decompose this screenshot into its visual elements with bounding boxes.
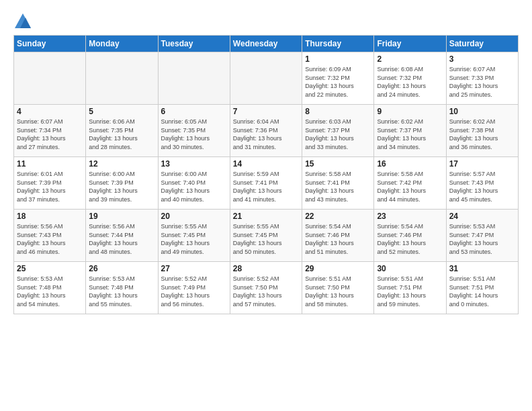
calendar-cell: 11Sunrise: 6:01 AM Sunset: 7:39 PM Dayli… <box>14 157 86 210</box>
logo <box>13 12 35 31</box>
day-number: 6 <box>161 107 227 116</box>
day-info: Sunrise: 6:03 AM Sunset: 7:37 PM Dayligh… <box>305 118 371 151</box>
day-info: Sunrise: 5:53 AM Sunset: 7:48 PM Dayligh… <box>17 275 83 308</box>
calendar-cell: 15Sunrise: 5:58 AM Sunset: 7:41 PM Dayli… <box>302 157 374 210</box>
calendar-cell: 6Sunrise: 6:05 AM Sunset: 7:35 PM Daylig… <box>158 105 230 157</box>
page: SundayMondayTuesdayWednesdayThursdayFrid… <box>0 0 532 411</box>
day-info: Sunrise: 5:51 AM Sunset: 7:50 PM Dayligh… <box>305 275 371 308</box>
calendar-cell: 31Sunrise: 5:51 AM Sunset: 7:51 PM Dayli… <box>446 262 518 314</box>
day-number: 5 <box>89 107 154 116</box>
calendar-weekday-wednesday: Wednesday <box>230 36 302 52</box>
calendar-cell: 3Sunrise: 6:07 AM Sunset: 7:33 PM Daylig… <box>446 52 518 105</box>
day-number: 16 <box>377 159 443 169</box>
calendar-week-1: 1Sunrise: 6:09 AM Sunset: 7:32 PM Daylig… <box>14 52 519 105</box>
calendar-cell: 10Sunrise: 6:02 AM Sunset: 7:38 PM Dayli… <box>446 105 518 157</box>
calendar-cell: 16Sunrise: 5:58 AM Sunset: 7:42 PM Dayli… <box>374 157 446 210</box>
day-info: Sunrise: 6:04 AM Sunset: 7:36 PM Dayligh… <box>233 118 299 151</box>
calendar-cell: 21Sunrise: 5:55 AM Sunset: 7:45 PM Dayli… <box>230 210 302 262</box>
calendar-weekday-thursday: Thursday <box>302 36 374 52</box>
day-number: 4 <box>17 107 83 116</box>
day-info: Sunrise: 5:54 AM Sunset: 7:46 PM Dayligh… <box>305 222 371 256</box>
day-info: Sunrise: 5:58 AM Sunset: 7:42 PM Dayligh… <box>377 170 443 203</box>
day-number: 20 <box>161 212 227 221</box>
calendar-weekday-friday: Friday <box>374 36 446 52</box>
calendar-week-5: 25Sunrise: 5:53 AM Sunset: 7:48 PM Dayli… <box>14 262 519 314</box>
day-number: 14 <box>233 159 299 169</box>
day-number: 9 <box>377 107 443 116</box>
calendar-weekday-sunday: Sunday <box>14 36 86 52</box>
day-info: Sunrise: 5:55 AM Sunset: 7:45 PM Dayligh… <box>233 222 299 256</box>
calendar-weekday-tuesday: Tuesday <box>158 36 230 52</box>
calendar-weekday-saturday: Saturday <box>446 36 518 52</box>
calendar-cell: 7Sunrise: 6:04 AM Sunset: 7:36 PM Daylig… <box>230 105 302 157</box>
day-number: 17 <box>449 159 515 169</box>
day-number: 10 <box>449 107 515 116</box>
calendar-cell: 23Sunrise: 5:54 AM Sunset: 7:46 PM Dayli… <box>374 210 446 262</box>
day-number: 27 <box>161 264 227 273</box>
calendar-cell <box>230 52 302 105</box>
calendar-cell: 25Sunrise: 5:53 AM Sunset: 7:48 PM Dayli… <box>14 262 86 314</box>
calendar-weekday-monday: Monday <box>86 36 158 52</box>
day-number: 26 <box>89 264 154 273</box>
day-number: 28 <box>233 264 299 273</box>
calendar-cell <box>86 52 158 105</box>
day-info: Sunrise: 6:07 AM Sunset: 7:33 PM Dayligh… <box>449 65 515 99</box>
day-info: Sunrise: 5:58 AM Sunset: 7:41 PM Dayligh… <box>305 170 371 203</box>
calendar-cell: 12Sunrise: 6:00 AM Sunset: 7:39 PM Dayli… <box>86 157 158 210</box>
logo-icon <box>13 12 32 31</box>
day-info: Sunrise: 5:57 AM Sunset: 7:43 PM Dayligh… <box>449 170 515 203</box>
day-number: 22 <box>305 212 371 221</box>
day-number: 1 <box>305 54 371 64</box>
day-number: 8 <box>305 107 371 116</box>
day-number: 24 <box>449 212 515 221</box>
day-info: Sunrise: 6:06 AM Sunset: 7:35 PM Dayligh… <box>89 118 154 151</box>
calendar-cell: 20Sunrise: 5:55 AM Sunset: 7:45 PM Dayli… <box>158 210 230 262</box>
calendar-week-3: 11Sunrise: 6:01 AM Sunset: 7:39 PM Dayli… <box>14 157 519 210</box>
day-number: 3 <box>449 54 515 64</box>
day-info: Sunrise: 5:55 AM Sunset: 7:45 PM Dayligh… <box>161 222 227 256</box>
calendar-cell <box>158 52 230 105</box>
day-number: 30 <box>377 264 443 273</box>
day-number: 7 <box>233 107 299 116</box>
day-number: 19 <box>89 212 154 221</box>
day-number: 12 <box>89 159 154 169</box>
calendar-cell: 8Sunrise: 6:03 AM Sunset: 7:37 PM Daylig… <box>302 105 374 157</box>
day-info: Sunrise: 5:53 AM Sunset: 7:48 PM Dayligh… <box>89 275 154 308</box>
day-info: Sunrise: 6:00 AM Sunset: 7:40 PM Dayligh… <box>161 170 227 203</box>
day-info: Sunrise: 6:02 AM Sunset: 7:37 PM Dayligh… <box>377 118 443 151</box>
day-number: 2 <box>377 54 443 64</box>
day-info: Sunrise: 5:56 AM Sunset: 7:43 PM Dayligh… <box>17 222 83 256</box>
calendar-cell: 4Sunrise: 6:07 AM Sunset: 7:34 PM Daylig… <box>14 105 86 157</box>
calendar-week-2: 4Sunrise: 6:07 AM Sunset: 7:34 PM Daylig… <box>14 105 519 157</box>
calendar-cell <box>14 52 86 105</box>
day-info: Sunrise: 6:02 AM Sunset: 7:38 PM Dayligh… <box>449 118 515 151</box>
day-number: 23 <box>377 212 443 221</box>
day-info: Sunrise: 5:51 AM Sunset: 7:51 PM Dayligh… <box>377 275 443 308</box>
day-number: 18 <box>17 212 83 221</box>
calendar-cell: 2Sunrise: 6:08 AM Sunset: 7:32 PM Daylig… <box>374 52 446 105</box>
day-number: 25 <box>17 264 83 273</box>
calendar-table: SundayMondayTuesdayWednesdayThursdayFrid… <box>13 35 519 314</box>
day-info: Sunrise: 6:00 AM Sunset: 7:39 PM Dayligh… <box>89 170 154 203</box>
day-number: 21 <box>233 212 299 221</box>
day-info: Sunrise: 5:52 AM Sunset: 7:50 PM Dayligh… <box>233 275 299 308</box>
day-info: Sunrise: 5:59 AM Sunset: 7:41 PM Dayligh… <box>233 170 299 203</box>
day-info: Sunrise: 5:51 AM Sunset: 7:51 PM Dayligh… <box>449 275 515 308</box>
day-number: 29 <box>305 264 371 273</box>
day-info: Sunrise: 5:52 AM Sunset: 7:49 PM Dayligh… <box>161 275 227 308</box>
calendar-cell: 18Sunrise: 5:56 AM Sunset: 7:43 PM Dayli… <box>14 210 86 262</box>
calendar-cell: 13Sunrise: 6:00 AM Sunset: 7:40 PM Dayli… <box>158 157 230 210</box>
day-info: Sunrise: 6:09 AM Sunset: 7:32 PM Dayligh… <box>305 65 371 99</box>
calendar-header-row: SundayMondayTuesdayWednesdayThursdayFrid… <box>14 36 519 52</box>
calendar-cell: 17Sunrise: 5:57 AM Sunset: 7:43 PM Dayli… <box>446 157 518 210</box>
calendar-cell: 22Sunrise: 5:54 AM Sunset: 7:46 PM Dayli… <box>302 210 374 262</box>
calendar-cell: 27Sunrise: 5:52 AM Sunset: 7:49 PM Dayli… <box>158 262 230 314</box>
calendar-cell: 24Sunrise: 5:53 AM Sunset: 7:47 PM Dayli… <box>446 210 518 262</box>
day-number: 15 <box>305 159 371 169</box>
calendar-week-4: 18Sunrise: 5:56 AM Sunset: 7:43 PM Dayli… <box>14 210 519 262</box>
calendar-cell: 30Sunrise: 5:51 AM Sunset: 7:51 PM Dayli… <box>374 262 446 314</box>
day-number: 13 <box>161 159 227 169</box>
day-info: Sunrise: 6:07 AM Sunset: 7:34 PM Dayligh… <box>17 118 83 151</box>
day-info: Sunrise: 6:05 AM Sunset: 7:35 PM Dayligh… <box>161 118 227 151</box>
day-info: Sunrise: 6:01 AM Sunset: 7:39 PM Dayligh… <box>17 170 83 203</box>
